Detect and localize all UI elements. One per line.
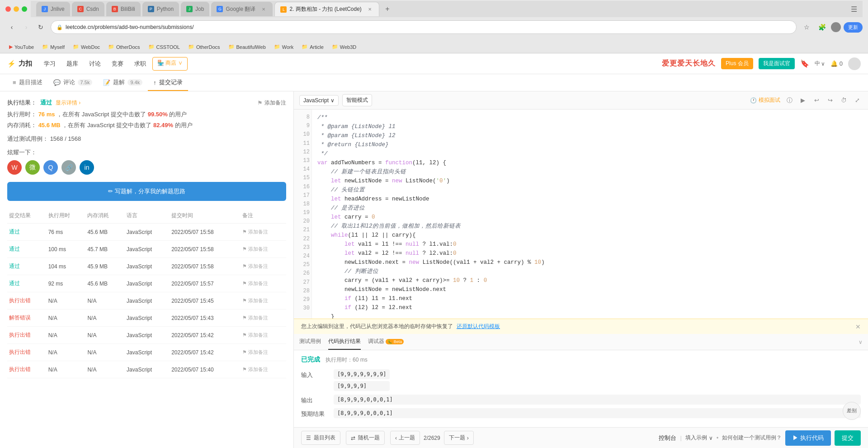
update-button[interactable]: 更新 xyxy=(844,22,863,33)
restore-close-button[interactable]: ✕ xyxy=(855,323,861,330)
info-icon[interactable]: ⓘ xyxy=(784,95,795,106)
share-weibo-button[interactable]: W xyxy=(7,160,22,175)
maximize-traffic-light[interactable] xyxy=(22,6,27,12)
fill-example-button[interactable]: 填入示例 ∨ xyxy=(685,434,713,442)
forward-button[interactable]: › xyxy=(20,21,33,33)
bell-icon[interactable]: 🔔 xyxy=(830,60,838,67)
tab-testcase[interactable]: 测试用例 xyxy=(299,334,321,350)
close-tab-google-translate[interactable]: ✕ xyxy=(260,5,267,13)
diff-button[interactable]: 差别 xyxy=(843,402,861,420)
tab-python[interactable]: P Python xyxy=(142,2,179,16)
row-add-note[interactable]: ⚑ 添加备注 xyxy=(242,229,284,235)
redo-icon[interactable]: ↪ xyxy=(825,95,835,106)
new-tab-button[interactable]: + xyxy=(381,3,394,15)
fullscreen-icon[interactable]: ⤢ xyxy=(852,95,863,106)
nav-study[interactable]: 学习 xyxy=(39,57,60,71)
show-detail-link[interactable]: 显示详情 › xyxy=(56,99,80,107)
interview-button[interactable]: 我是面试官 xyxy=(759,58,795,69)
row-status[interactable]: 通过 xyxy=(9,246,20,252)
nav-problems[interactable]: 题库 xyxy=(62,57,83,71)
random-problem-button[interactable]: ⇄ 随机一题 xyxy=(346,431,385,445)
row-status[interactable]: 通过 xyxy=(9,280,20,286)
how-to-create-link[interactable]: 如何创建一个测试用例？ xyxy=(722,434,782,442)
bookmark-article[interactable]: 📁 Article xyxy=(298,43,327,51)
tab-hints[interactable]: 📝 题解 9.4k xyxy=(98,75,148,91)
tab-submissions[interactable]: ↑ 提交记录 xyxy=(148,75,188,91)
row-status[interactable]: 通过 xyxy=(9,229,20,235)
minimize-traffic-light[interactable] xyxy=(14,6,19,12)
restore-default-link[interactable]: 还原默认代码模板 xyxy=(457,323,500,330)
tab-description[interactable]: ≡ 题目描述 xyxy=(7,75,48,91)
nav-jobs[interactable]: 求职 xyxy=(130,57,151,71)
play-icon[interactable]: ▶ xyxy=(797,95,808,106)
submit-button[interactable]: 提交 xyxy=(835,430,861,446)
row-add-note[interactable]: ⚑ 添加备注 xyxy=(242,297,284,304)
row-status[interactable]: 执行出错 xyxy=(9,366,31,372)
bookmark-webdoc[interactable]: 📁 WebDoc xyxy=(69,43,104,51)
share-qq-button[interactable]: Q xyxy=(43,160,58,175)
refresh-button[interactable]: ↻ xyxy=(34,21,47,33)
tab-exec-result[interactable]: 代码执行结果 xyxy=(328,334,361,350)
row-add-note[interactable]: ⚑ 添加备注 xyxy=(242,315,284,321)
write-solution-button[interactable]: ✏ 写题解，分享我的解题思路 xyxy=(7,182,286,201)
bookmark-web3d[interactable]: 📁 Web3D xyxy=(328,43,360,51)
bookmark-star-icon[interactable]: ☆ xyxy=(800,21,813,33)
bookmark-otherweb[interactable]: 📁 OtherDocs xyxy=(184,43,224,51)
language-selector[interactable]: JavaScript ∨ xyxy=(299,95,339,106)
tab-jnlive[interactable]: J Jnlive xyxy=(36,2,70,16)
row-add-note[interactable]: ⚑ 添加备注 xyxy=(242,349,284,356)
bookmark-otherdocs[interactable]: 📁 OtherDocs xyxy=(104,43,144,51)
row-add-note[interactable]: ⚑ 添加备注 xyxy=(242,332,284,338)
bookmark-icon-header[interactable]: 🔖 xyxy=(800,59,809,68)
row-status[interactable]: 执行出错 xyxy=(9,297,31,304)
nav-store[interactable]: 🏪 商店 ∨ xyxy=(152,57,188,71)
problem-list-button[interactable]: ☰ 题目列表 xyxy=(301,431,340,445)
avatar[interactable] xyxy=(848,57,861,70)
share-wechat-button[interactable]: 微 xyxy=(25,160,40,175)
tab-job[interactable]: J Job xyxy=(181,2,209,16)
row-add-note[interactable]: ⚑ 添加备注 xyxy=(242,246,284,253)
tab-bilibili[interactable]: B BiliBili xyxy=(106,2,141,16)
row-add-note[interactable]: ⚑ 添加备注 xyxy=(242,280,284,287)
extension-icon[interactable]: 🧩 xyxy=(816,21,828,33)
code-editor[interactable]: 8910111213141516171819202122232425262728… xyxy=(294,110,868,319)
user-profile-icon[interactable] xyxy=(831,22,841,32)
row-add-note[interactable]: ⚑ 添加备注 xyxy=(242,263,284,270)
back-button[interactable]: ‹ xyxy=(5,21,18,33)
address-bar[interactable]: 🔒 leetcode.cn/problems/add-two-numbers/s… xyxy=(51,20,797,34)
tab-debugger[interactable]: 调试器 🐛 Beta xyxy=(368,334,404,350)
bookmark-myself[interactable]: 📁 Myself xyxy=(38,43,68,51)
prev-button[interactable]: ‹ 上一题 xyxy=(390,431,420,445)
nav-discuss[interactable]: 讨论 xyxy=(85,57,105,71)
next-button[interactable]: 下一题 › xyxy=(444,431,474,445)
row-status[interactable]: 执行出错 xyxy=(9,332,31,338)
mock-test-button[interactable]: 🕐 模拟面试 xyxy=(750,96,780,104)
close-tab-leetcode[interactable]: ✕ xyxy=(366,6,373,13)
bookmark-youtube[interactable]: ▶ YouTube xyxy=(5,43,38,51)
profile-icon[interactable]: ☰ xyxy=(851,5,857,14)
tab-google-translate[interactable]: G Google 翻译 ✕ xyxy=(211,2,273,16)
row-add-note[interactable]: ⚑ 添加备注 xyxy=(242,366,284,373)
lang-button[interactable]: 中 ∨ xyxy=(815,60,825,67)
tab-csdn[interactable]: C Csdn xyxy=(72,2,104,16)
row-status[interactable]: 解答错误 xyxy=(9,315,31,321)
lc-logo[interactable]: ⚡ 力扣 xyxy=(7,59,32,68)
collapse-panel-icon[interactable]: ∨ xyxy=(859,339,863,345)
bookmark-csstool[interactable]: 📁 CSSTOOL xyxy=(145,43,184,51)
close-traffic-light[interactable] xyxy=(5,6,11,12)
nav-contest[interactable]: 竞赛 xyxy=(107,57,128,71)
undo-icon[interactable]: ↩ xyxy=(811,95,822,106)
run-code-button[interactable]: ▶ 执行代码 xyxy=(785,430,831,446)
add-note-button[interactable]: 添加备注 xyxy=(264,99,286,107)
timer-icon[interactable]: ⏱ xyxy=(838,95,849,106)
bookmark-work[interactable]: 📁 Work xyxy=(270,43,297,51)
plus-member-button[interactable]: Plus 会员 xyxy=(721,58,753,69)
share-link-button[interactable]: 🔗 xyxy=(61,160,76,175)
tab-comments[interactable]: 💬 评论 7.5k xyxy=(48,75,98,91)
smart-mode-toggle[interactable]: 智能模式 xyxy=(342,94,372,106)
share-linkedin-button[interactable]: in xyxy=(80,160,94,175)
tab-leetcode[interactable]: L 2. 两数相加 - 力扣 (LeetCode) ✕ xyxy=(274,2,379,16)
row-status[interactable]: 通过 xyxy=(9,263,20,269)
bookmark-beautifulweb[interactable]: 📁 BeautifulWeb xyxy=(225,43,269,51)
row-status[interactable]: 执行出错 xyxy=(9,349,31,355)
